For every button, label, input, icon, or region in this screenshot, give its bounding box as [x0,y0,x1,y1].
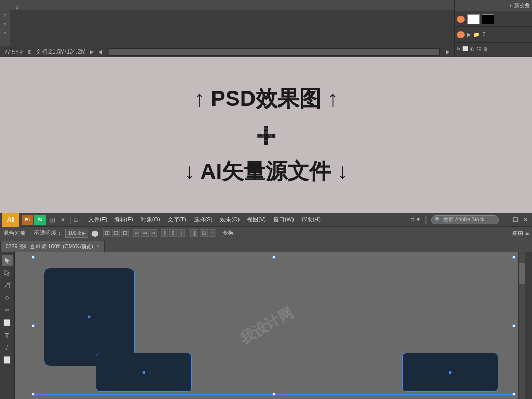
menu-select[interactable]: 选择(S) [191,215,216,224]
adjustment-icon[interactable]: ◐ [470,46,474,51]
selection-bounding-box[interactable] [33,257,514,395]
tools-separator2: | [81,216,83,224]
ps-progress-bar [109,48,440,56]
layer-fold-icon[interactable]: ▶ [467,32,471,37]
trash-icon[interactable]: 🗑 [483,46,488,51]
ps-canvas-bg [10,10,454,46]
menu-file[interactable]: 文件(F) [85,215,110,224]
align-v3[interactable]: ⇓ [178,229,185,237]
handle-top-right[interactable] [512,256,515,259]
align-v2[interactable]: ⇕ [169,229,177,237]
handle-bottom-center[interactable] [272,393,275,396]
menu-object[interactable]: 对象(O) [138,215,164,224]
canvas-box-left[interactable] [44,268,135,366]
menu-view[interactable]: 视图(V) [244,215,269,224]
panel-controls: ⊞⊞ ≡ [513,230,529,237]
dist-2[interactable]: ⊟ [200,229,208,237]
align-tools: ⊞ ⊡ ⊞ [103,229,129,237]
handle-bottom-left[interactable] [32,393,35,396]
dist-3[interactable]: ≡ [209,229,216,237]
align-v1[interactable]: ⇑ [161,229,168,237]
align-icon-3[interactable]: ⊞ [121,229,129,237]
blend-options-icons: ⬤ [91,230,98,237]
dist-1[interactable]: ||| [190,229,198,237]
ai-search-box[interactable]: 🔍 搜索 Adobe Stock [431,215,499,224]
handle-middle-left[interactable] [32,324,35,327]
layer-3-label: 3 [483,32,486,37]
layer-visibility-icon[interactable] [457,16,465,23]
align-h3[interactable]: ⇒ [150,229,157,237]
rect-tool[interactable]: ⬜ [2,354,13,366]
fx-icon[interactable]: fx [457,46,460,51]
opacity-value: 100% [68,230,82,236]
menu-text[interactable]: 文字(T) [165,215,190,224]
panel-menu-icon[interactable]: ≡ [525,230,529,237]
menu-effects[interactable]: 效果(O) [217,215,243,224]
ps-canvas-area: 0 7 5 8 27.55% ⊞ 文档:21.5M/134.2M ▶ ◀ ▶ [0,0,454,57]
opacity-dropdown[interactable]: 100% ▶ [65,229,89,238]
minimize-btn[interactable]: — [501,216,509,224]
align-h2[interactable]: ⇔ [141,229,149,237]
direct-select-tool[interactable] [2,267,13,278]
d-dropdown[interactable]: ▼ [416,217,421,222]
svg-marker-0 [5,258,10,264]
menu-edit[interactable]: 编辑(E) [111,215,137,224]
layer-thumb-white [467,14,480,24]
brush-tool[interactable]: ✏ [2,304,13,316]
ps-layer-item-2[interactable]: ▶ 📁 3 [455,27,532,43]
handle-top-center[interactable] [272,256,275,259]
align-icon-2[interactable]: ⊡ [112,229,120,237]
circle-icon[interactable]: ⬤ [91,230,98,237]
ps-status-bar: 27.55% ⊞ 文档:21.5M/134.2M ▶ ◀ ▶ [0,46,454,57]
canvas-box-bottom-left[interactable] [96,353,192,392]
shape-tool[interactable]: ◇ [2,292,13,303]
pen-tool[interactable] [2,280,13,291]
ai-canvas[interactable]: 我设计网 [15,252,518,399]
close-btn[interactable]: ✕ [522,216,530,224]
ps-layer-item-1[interactable] [455,11,532,27]
tab-close-btn[interactable]: × [97,244,100,249]
mask-icon[interactable]: ⬜ [462,46,468,51]
eraser-tool[interactable]: ⬜ [2,317,13,328]
select-tool[interactable] [2,255,13,266]
bridge-icon[interactable]: Br [22,215,33,225]
ps-top-bar: 0 7 5 8 27.55% ⊞ 文档:21.5M/134.2M ▶ ◀ ▶ [0,0,532,57]
ai-scrollbar-right[interactable] [518,252,525,399]
handle-top-left[interactable] [32,256,35,259]
scrollbar-thumb[interactable] [519,263,525,284]
ps-play-btn[interactable]: ▶ [90,49,94,55]
menu-window[interactable]: 窗口(W) [270,215,297,224]
ps-back-btn[interactable]: ◀ [98,49,102,55]
canvas-box-bottom-right[interactable] [402,353,498,392]
panel-grid-icon[interactable]: ⊞⊞ [513,230,523,237]
ai-tools-panel: ◇ ✏ ⬜ T / ⬜ [0,252,15,399]
grid-icon[interactable]: ⊞ [47,215,58,225]
handle-middle-right[interactable] [512,324,515,327]
handle-bottom-right[interactable] [512,393,515,396]
svg-marker-1 [5,270,10,276]
type-tool[interactable]: T [2,329,13,341]
menu-help[interactable]: 帮助(H) [298,215,324,224]
layer-thumb-black [482,14,494,24]
d-label: d [410,217,414,222]
maximize-btn[interactable]: ☐ [511,216,520,224]
distribute-tools: ||| ⊟ ≡ [190,229,216,237]
ps-file-size: 文档:21.5M/134.2M [36,48,85,56]
ai-canvas-wrapper: ◇ ✏ ⬜ T / ⬜ 我设计网 [0,252,532,399]
blend-label: 混合对象 [3,229,26,237]
ai-tab-bar: 0229-茶叶盒.ai @ 100% (CMYK/预览) × [0,240,532,252]
align-icon-1[interactable]: ⊞ [103,229,111,237]
layer-visibility-icon-2[interactable] [457,31,465,38]
search-icon: 🔍 [435,217,441,222]
transform-label: 变换 [222,229,234,237]
line-tool[interactable]: / [2,342,13,353]
ai-document-tab[interactable]: 0229-茶叶盒.ai @ 100% (CMYK/预览) × [0,241,105,252]
align-h1[interactable]: ⇐ [133,229,140,237]
home-icon[interactable]: ⌂ [74,216,78,223]
ps-end-btn[interactable]: ▶ [446,49,450,55]
link-icon[interactable]: ⛓ [476,46,481,51]
add-layer-icon[interactable]: + [509,3,512,9]
ai-menu-bar: Ai Br St ⊞ ▼ | ⌂ | 文件(F) 编辑(E) 对象(O) 文字(… [0,213,532,227]
stock-icon[interactable]: St [34,215,46,225]
center-dot-left [88,316,90,318]
